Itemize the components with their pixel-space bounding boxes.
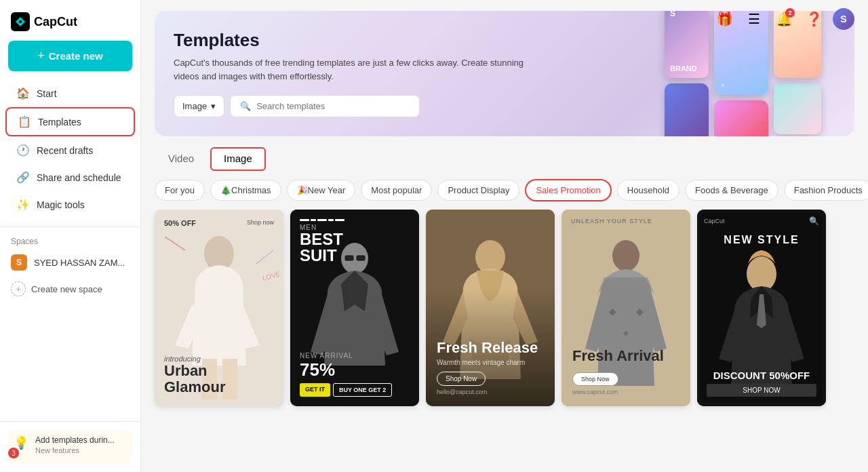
card-2-cta-row: GET IT BUY ONE GET 2 — [300, 383, 410, 397]
sidebar-item-magic-tools[interactable]: ✨ Magic tools — [5, 191, 135, 218]
filter-fashion-products[interactable]: Fashion Products — [784, 180, 868, 201]
bar-4 — [328, 219, 334, 221]
sidebar-item-recent-drafts[interactable]: 🕐 Recent drafts — [5, 137, 135, 163]
filter-christmas[interactable]: 🎄Christmas — [210, 180, 281, 201]
filter-household[interactable]: Household — [617, 180, 679, 201]
bar-1 — [300, 219, 309, 221]
top-bar: 🎁 ☰ 🔔 2 ❓ S — [700, 0, 868, 38]
sidebar-item-recent-drafts-label: Recent drafts — [37, 145, 93, 156]
help-icon-button[interactable]: ❓ — [803, 8, 825, 30]
filter-most-popular[interactable]: Most popular — [361, 180, 432, 201]
card-5-search-icon: 🔍 — [809, 216, 819, 226]
tab-video[interactable]: Video — [155, 147, 208, 171]
gift-icon-button[interactable]: 🎁 — [713, 8, 735, 30]
template-card-men-best-suit[interactable]: Men BESTSUIT NEW ARRIVAL 75% GET IT BUY … — [290, 210, 419, 406]
filter-foods-beverage[interactable]: Foods & Beverage — [685, 180, 778, 201]
card-2-bars — [300, 219, 410, 221]
card-5-header: CapCut 🔍 — [704, 216, 819, 226]
notif-content: Add templates durin... New features — [35, 435, 115, 454]
bar-5 — [335, 219, 344, 221]
plus-icon: + — [37, 49, 45, 63]
template-card-new-style[interactable]: CapCut 🔍 NEW STYLE DISCOUNT 50%OFF SHOP … — [697, 210, 826, 406]
filter-sales-promotion[interactable]: Sales Promotion — [525, 179, 611, 201]
sidebar-item-magic-label: Magic tools — [37, 199, 85, 210]
template-card-urban-glamour[interactable]: LOVE 50% OFF Shop now introducing UrbanG… — [155, 210, 283, 406]
card-2-pct: 75% — [300, 359, 410, 380]
filter-row: For you 🎄Christmas 🎉New Year Most popula… — [141, 171, 868, 210]
main-content: 🎁 ☰ 🔔 2 ❓ S Templates CapCut's thousands… — [141, 0, 868, 472]
card-3-email: hello@capcut.com — [437, 389, 544, 395]
sidebar: CapCut + Create new 🏠 Start 📋 Templates … — [0, 0, 141, 472]
capcut-logo-icon — [11, 12, 30, 31]
share-icon: 🔗 — [16, 171, 30, 184]
space-avatar: S — [11, 254, 27, 271]
template-grid: LOVE 50% OFF Shop now introducing UrbanG… — [141, 210, 868, 420]
bottom-notification[interactable]: 💡 3 Add templates durin... New features — [8, 430, 132, 464]
card-4-title: Fresh Arrival — [572, 348, 679, 364]
space-name: SYED HASSAN ZAM... — [34, 258, 125, 268]
card-1-content: introducing UrbanGlamour — [164, 355, 274, 395]
divider — [0, 227, 140, 227]
card-3-sub: Warmth meets vintage charm — [437, 359, 544, 366]
notif-sub: New features — [35, 446, 115, 454]
notif-text: Add templates durin... — [35, 435, 115, 446]
search-input[interactable] — [256, 101, 410, 111]
card-5-logo: CapCut — [704, 218, 725, 224]
card-5-shopnow: SHOP NOW — [707, 384, 816, 397]
bar-2 — [311, 219, 316, 221]
card-2-new-arrival: NEW ARRIVAL — [300, 352, 410, 359]
create-new-space[interactable]: + Create new space — [0, 276, 140, 302]
card-3-title: Fresh Release — [437, 340, 544, 356]
banner-card-3 — [714, 100, 768, 137]
banner-description: CapCut's thousands of free trending temp… — [174, 56, 526, 83]
card-1-title: UrbanGlamour — [164, 363, 274, 395]
sidebar-item-share-label: Share and schedule — [37, 172, 121, 183]
sidebar-item-share-schedule[interactable]: 🔗 Share and schedule — [5, 164, 135, 191]
template-card-fresh-release[interactable]: Fresh Release Warmth meets vintage charm… — [426, 210, 555, 406]
card-3-btn[interactable]: Shop Now — [437, 372, 486, 386]
notif-icon-wrap: 💡 3 — [14, 435, 28, 458]
card-2-title: BESTSUIT — [300, 231, 410, 264]
media-type-dropdown[interactable]: Image ▾ — [174, 95, 224, 117]
logo-area: CapCut — [0, 0, 140, 41]
magic-icon: ✨ — [16, 198, 30, 211]
user-avatar[interactable]: S — [833, 8, 854, 30]
card-5-discount: DISCOUNT 50%OFF — [707, 370, 816, 381]
card-4-content: Fresh Arrival Shop Now www.capcut.com — [561, 210, 690, 406]
home-icon: 🏠 — [16, 87, 30, 100]
card-5-bottom: DISCOUNT 50%OFF SHOP NOW — [707, 370, 816, 397]
filter-new-year[interactable]: 🎉New Year — [287, 180, 356, 201]
card-2-cta2: BUY ONE GET 2 — [333, 383, 392, 397]
card-1-intro: introducing — [164, 355, 274, 363]
card-2-cta1: GET IT — [300, 383, 330, 397]
banner-title: Templates — [174, 30, 665, 51]
sidebar-bottom: 💡 3 Add templates durin... New features — [0, 421, 140, 472]
create-new-label: Create new — [49, 50, 103, 62]
banner-search-row: Image ▾ 🔍 — [174, 95, 665, 117]
template-card-fresh-arrival[interactable]: ◆ ◆ ◆ Unleash Your Style Fresh Arrival S… — [561, 210, 690, 406]
filter-product-display[interactable]: Product Display — [437, 180, 519, 201]
bar-3 — [317, 219, 327, 221]
clock-icon: 🕐 — [16, 144, 30, 157]
filter-for-you[interactable]: For you — [155, 180, 205, 201]
card-5-new-style: NEW STYLE — [697, 234, 826, 246]
space-item-main[interactable]: S SYED HASSAN ZAM... — [0, 249, 140, 276]
notification-button[interactable]: 🔔 2 — [773, 8, 795, 30]
create-space-label: Create new space — [31, 284, 102, 294]
search-box: 🔍 — [230, 95, 420, 117]
card-1-badge: 50% OFF — [164, 219, 196, 227]
card-4-btn[interactable]: Shop Now — [572, 372, 618, 386]
search-icon: 🔍 — [240, 101, 251, 111]
card-3-content: Fresh Release Warmth meets vintage charm… — [426, 210, 555, 406]
chevron-down-icon: ▾ — [211, 101, 216, 111]
sidebar-item-start[interactable]: 🏠 Start — [5, 80, 135, 106]
card-2-content: Men BESTSUIT — [300, 219, 410, 264]
sidebar-nav: 🏠 Start 📋 Templates 🕐 Recent drafts 🔗 Sh… — [0, 77, 140, 221]
card-5-ns: NEW STYLE — [697, 234, 826, 246]
spaces-label: Spaces — [0, 233, 140, 249]
tab-image-label: Image — [224, 153, 252, 164]
sidebar-item-templates[interactable]: 📋 Templates — [5, 107, 135, 136]
feed-icon-button[interactable]: ☰ — [743, 8, 765, 30]
create-new-button[interactable]: + Create new — [8, 41, 132, 71]
tab-image[interactable]: Image — [210, 147, 266, 171]
